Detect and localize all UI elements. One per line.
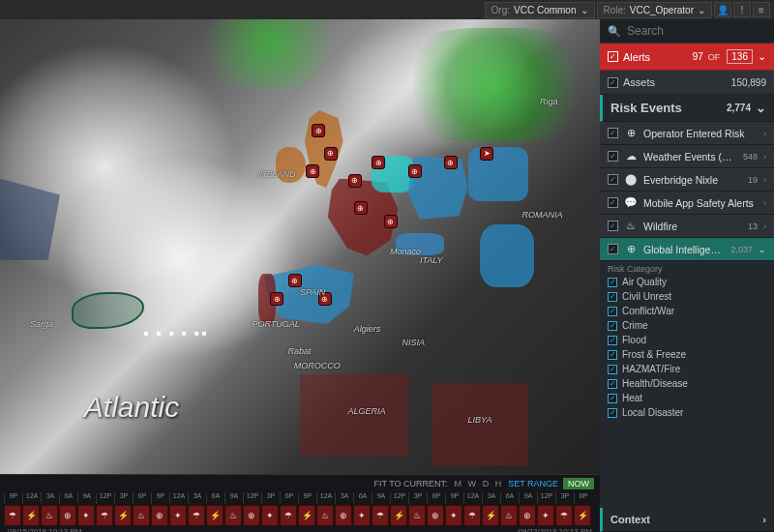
map-marker[interactable]: ⊕ — [312, 124, 325, 137]
checkbox-icon[interactable] — [608, 321, 617, 331]
section-risk-events[interactable]: Risk Events 2,774 ⌄ — [600, 95, 774, 122]
risk-item[interactable]: ⊕Global Intelligence Op...2,037⌄ — [600, 238, 774, 261]
fit-hour[interactable]: H — [495, 479, 502, 488]
checkbox-icon[interactable] — [608, 174, 618, 185]
user-icon[interactable]: 👤 — [714, 2, 731, 17]
search-row[interactable]: 🔍 — [600, 19, 774, 44]
timeline-event-cell[interactable]: ⚡ — [390, 505, 407, 526]
checkbox-icon[interactable] — [608, 244, 618, 254]
risk-item[interactable]: ♨Wildfire13› — [600, 215, 774, 238]
risk-category-item[interactable]: HAZMAT/Fire — [600, 362, 774, 376]
timeline-event-cell[interactable]: ⚡ — [22, 505, 40, 526]
timeline-event-cell[interactable]: ☂ — [4, 505, 21, 526]
risk-category-item[interactable]: Frost & Freeze — [600, 347, 774, 362]
risk-category-item[interactable]: Conflict/War — [600, 304, 774, 318]
timeline-event-cell[interactable]: ⊕ — [427, 505, 444, 526]
map-marker[interactable]: ⊕ — [372, 156, 385, 169]
checkbox-icon[interactable] — [608, 197, 618, 208]
timeline-event-cell[interactable]: ✦ — [169, 505, 187, 526]
fit-week[interactable]: W — [468, 479, 477, 488]
timeline-event-cell[interactable]: ♨ — [41, 505, 58, 526]
map-marker[interactable]: ➤ — [480, 147, 493, 161]
region-poland[interactable] — [468, 147, 528, 201]
section-alerts[interactable]: Alerts 97 OF 136 ⌄ — [600, 44, 774, 71]
checkbox-icon[interactable] — [608, 350, 617, 360]
timeline-event-cell[interactable]: ☂ — [555, 505, 573, 526]
timeline-event-cell[interactable]: ⚡ — [298, 505, 315, 526]
map-marker[interactable]: ⊕ — [354, 201, 368, 215]
timeline-event-cell[interactable]: ♨ — [224, 505, 242, 526]
map-canvas[interactable]: ■ ■ ■ ■ ■■ ⊕ ⊕ ⊕ ⊕ ⊕ ⊕ ⊕ ➤ ⊕ ⊕ ⊕ ⊕ ⊕ IRE… — [0, 19, 600, 474]
risk-item[interactable]: ⬤Everbridge Nixle19› — [600, 168, 774, 192]
timeline-event-cell[interactable]: ✦ — [77, 505, 95, 526]
map-marker[interactable]: ⊕ — [444, 156, 458, 169]
map-marker[interactable]: ⊕ — [306, 164, 319, 178]
timeline-event-cell[interactable]: ♨ — [133, 505, 150, 526]
risk-category-item[interactable]: Health/Disease — [600, 376, 774, 391]
map-marker[interactable]: ⊕ — [384, 215, 398, 228]
timeline-event-cell[interactable]: ⚡ — [114, 505, 132, 526]
timeline-event-cell[interactable]: ♨ — [316, 505, 334, 526]
timeline-event-cell[interactable]: ☂ — [96, 505, 113, 526]
set-range-button[interactable]: SET RANGE — [508, 479, 558, 488]
now-button[interactable]: NOW — [563, 478, 594, 489]
risk-category-item[interactable]: Crime — [600, 318, 774, 333]
timeline-event-cell[interactable]: ⊕ — [151, 505, 168, 526]
risk-category-item[interactable]: Local Disaster — [600, 405, 774, 420]
map-marker[interactable]: ⊕ — [324, 147, 338, 161]
map-marker[interactable]: ⊕ — [270, 292, 283, 306]
timeline-event-cell[interactable]: ☂ — [280, 505, 297, 526]
region-balkans[interactable] — [480, 224, 534, 288]
alert-icon[interactable]: ! — [733, 2, 751, 17]
checkbox-icon[interactable] — [608, 365, 617, 374]
timeline-event-cell[interactable]: ⚡ — [206, 505, 223, 526]
risk-category-item[interactable]: Heat — [600, 391, 774, 405]
checkbox-icon[interactable] — [608, 292, 617, 302]
timeline-event-cell[interactable]: ⊕ — [59, 505, 76, 526]
checkbox-icon[interactable] — [608, 336, 617, 345]
map-marker[interactable]: ⊕ — [348, 174, 362, 188]
checkbox-icon[interactable] — [608, 408, 617, 418]
timeline-event-cell[interactable]: ⊕ — [519, 505, 536, 526]
timeline-event-cell[interactable]: ♨ — [500, 505, 518, 526]
fit-day[interactable]: D — [483, 479, 490, 488]
timeline-event-cell[interactable]: ♨ — [408, 505, 426, 526]
checkbox-icon[interactable] — [608, 51, 618, 62]
timeline-event-cell[interactable]: ⚡ — [574, 505, 591, 526]
checkbox-icon[interactable] — [608, 394, 617, 403]
checkbox-icon[interactable] — [608, 278, 617, 287]
section-context[interactable]: Context › — [600, 508, 774, 532]
map-marker[interactable]: ⊕ — [288, 274, 302, 287]
timeline-hour-tick: 3A — [188, 492, 206, 504]
timeline-event-cell[interactable]: ⊕ — [243, 505, 260, 526]
risk-item[interactable]: ☁Weather Events (US)548› — [600, 145, 774, 168]
checkbox-icon[interactable] — [608, 379, 617, 389]
checkbox-icon[interactable] — [608, 151, 618, 162]
risk-item[interactable]: ⊕Operator Entered Risk› — [600, 122, 774, 145]
timeline-event-cell[interactable]: ⚡ — [482, 505, 499, 526]
risk-category-item[interactable]: Flood — [600, 333, 774, 347]
checkbox-icon[interactable] — [608, 128, 618, 138]
search-input[interactable] — [627, 24, 772, 38]
risk-type-icon: ⬤ — [624, 173, 638, 186]
menu-icon[interactable]: ≡ — [753, 2, 770, 17]
risk-category-item[interactable]: Air Quality — [600, 275, 774, 289]
org-selector[interactable]: Org: VCC Common ⌄ — [485, 2, 595, 18]
timeline-event-cell[interactable]: ⊕ — [335, 505, 352, 526]
checkbox-icon[interactable] — [608, 307, 617, 316]
timeline-event-cell[interactable]: ✦ — [445, 505, 462, 526]
timeline-event-cell[interactable]: ✦ — [537, 505, 554, 526]
risk-item[interactable]: 💬Mobile App Safety Alerts› — [600, 192, 774, 215]
timeline-event-cell[interactable]: ✦ — [261, 505, 279, 526]
checkbox-icon[interactable] — [608, 221, 618, 231]
checkbox-icon[interactable] — [608, 77, 618, 88]
section-assets[interactable]: Assets 150,899 — [600, 71, 774, 95]
timeline-event-cell[interactable]: ☂ — [188, 505, 205, 526]
timeline-event-cell[interactable]: ☂ — [463, 505, 481, 526]
risk-category-item[interactable]: Civil Unrest — [600, 289, 774, 304]
timeline-event-cell[interactable]: ✦ — [353, 505, 371, 526]
timeline-event-cell[interactable]: ☂ — [372, 505, 389, 526]
map-marker[interactable]: ⊕ — [408, 164, 422, 178]
role-selector[interactable]: Role: VCC_Operator ⌄ — [597, 2, 713, 18]
fit-month[interactable]: M — [455, 479, 462, 488]
